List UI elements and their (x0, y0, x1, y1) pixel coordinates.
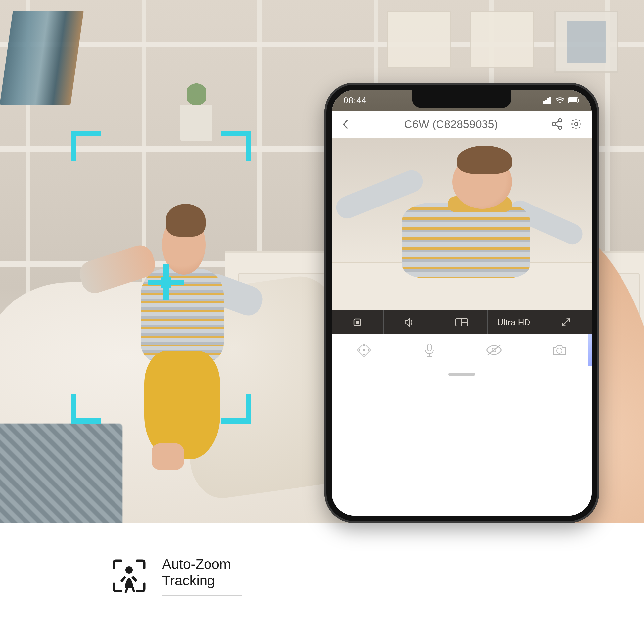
bottom-sheet (332, 377, 592, 516)
feature-caption: Auto-Zoom Tracking (109, 556, 242, 596)
prop-plant (180, 105, 212, 141)
stop-icon (352, 317, 362, 327)
svg-rect-19 (427, 344, 431, 351)
quality-selector[interactable]: Ultra HD (488, 310, 540, 334)
svg-rect-2 (547, 98, 549, 104)
feature-text: Auto-Zoom Tracking (162, 556, 242, 596)
status-time: 08:44 (344, 95, 367, 106)
feed-child-hair (457, 146, 512, 174)
svg-rect-6 (569, 98, 577, 102)
phone-notch (412, 90, 511, 108)
prop-box (387, 11, 451, 68)
svg-point-11 (575, 122, 578, 125)
share-button[interactable] (551, 118, 564, 131)
fullscreen-button[interactable] (540, 310, 592, 334)
prop-photo-frame (554, 11, 619, 73)
share-icon (551, 118, 563, 130)
microphone-icon (423, 343, 436, 358)
phone-screen: 08:44 C6W (C82859035) (332, 90, 592, 516)
svg-point-8 (552, 122, 556, 126)
child-hair (166, 204, 206, 237)
gear-icon (570, 118, 582, 130)
player-bar: Ultra HD (332, 310, 592, 334)
svg-point-10 (559, 126, 562, 129)
svg-rect-1 (545, 100, 547, 104)
settings-button[interactable] (570, 118, 583, 131)
prop-books (0, 11, 84, 105)
tool-row (332, 334, 592, 366)
child-figure (90, 204, 270, 476)
multiview-icon (455, 318, 468, 327)
feature-line2: Tracking (162, 573, 242, 589)
scroll-accent (588, 334, 592, 366)
sound-button[interactable] (384, 310, 436, 334)
talk-button[interactable] (397, 343, 462, 358)
camera-icon (551, 344, 567, 357)
signal-icon (543, 97, 552, 104)
battery-icon (568, 97, 580, 103)
svg-rect-13 (356, 321, 359, 324)
wifi-icon (555, 97, 565, 104)
snapshot-button[interactable] (527, 344, 592, 357)
feature-line1: Auto-Zoom (162, 556, 242, 573)
svg-point-25 (125, 566, 133, 574)
child-torso (141, 269, 224, 361)
stop-button[interactable] (332, 310, 384, 334)
feature-underline (162, 595, 242, 596)
svg-rect-7 (578, 99, 579, 102)
eye-off-icon (485, 344, 503, 357)
svg-point-9 (559, 119, 562, 122)
ptz-button[interactable] (332, 343, 397, 358)
feed-child (347, 149, 576, 307)
prop-box (470, 11, 535, 68)
quality-label: Ultra HD (495, 317, 533, 328)
svg-point-4 (559, 102, 561, 103)
app-header: C6W (C82859035) (332, 111, 592, 138)
shelf (0, 42, 644, 47)
svg-point-24 (557, 348, 562, 353)
multiview-button[interactable] (436, 310, 488, 334)
device-title: C6W (C82859035) (357, 118, 545, 131)
feed-child-torso (402, 203, 530, 279)
sheet-grabber[interactable] (448, 373, 475, 376)
auto-zoom-tracking-icon (109, 556, 149, 596)
svg-rect-3 (549, 97, 551, 104)
privacy-button[interactable] (462, 344, 527, 357)
child-foot (152, 443, 184, 470)
status-indicators (543, 97, 580, 104)
ptz-icon (356, 343, 372, 358)
speaker-icon (404, 317, 415, 327)
chevron-left-icon (340, 119, 351, 130)
expand-icon (561, 318, 571, 327)
svg-point-18 (363, 349, 365, 351)
live-video-feed[interactable] (332, 138, 592, 310)
child-legs (144, 351, 220, 460)
phone-frame: 08:44 C6W (C82859035) (324, 83, 599, 523)
svg-rect-0 (543, 101, 545, 104)
back-button[interactable] (340, 119, 351, 130)
